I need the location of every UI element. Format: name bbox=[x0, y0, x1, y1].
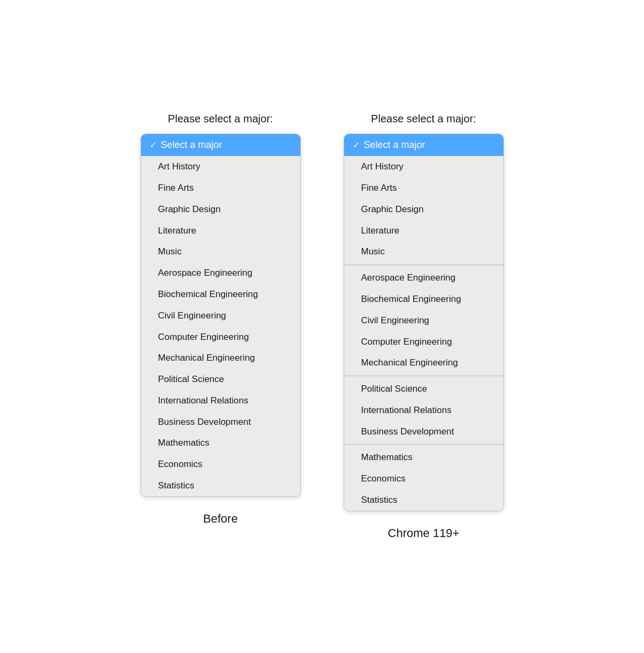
list-item[interactable]: Art History bbox=[141, 156, 300, 177]
list-item[interactable]: Art History bbox=[344, 156, 503, 177]
before-items-list: Art HistoryFine ArtsGraphic DesignLitera… bbox=[141, 156, 300, 496]
after-label: Please select a major: bbox=[371, 113, 476, 125]
list-item[interactable]: Literature bbox=[344, 220, 503, 242]
list-item[interactable]: International Relations bbox=[141, 390, 300, 411]
list-item[interactable]: Aerospace Engineering bbox=[141, 262, 300, 284]
before-label: Please select a major: bbox=[168, 113, 273, 125]
list-item[interactable]: Civil Engineering bbox=[344, 310, 503, 331]
list-item[interactable]: Computer Engineering bbox=[141, 326, 300, 348]
list-item[interactable]: Fine Arts bbox=[344, 177, 503, 199]
after-groups-list: Art HistoryFine ArtsGraphic DesignLitera… bbox=[344, 156, 503, 511]
list-item[interactable]: Political Science bbox=[141, 369, 300, 390]
list-item[interactable]: Music bbox=[344, 241, 503, 262]
list-item[interactable]: Civil Engineering bbox=[141, 305, 300, 326]
list-item[interactable]: Computer Engineering bbox=[344, 331, 503, 353]
page-wrapper: Please select a major: ✓ Select a major … bbox=[141, 113, 504, 540]
checkmark-icon: ✓ bbox=[150, 140, 157, 150]
list-item[interactable]: Mathematics bbox=[344, 447, 503, 468]
list-item[interactable]: International Relations bbox=[344, 400, 503, 421]
before-dropdown[interactable]: ✓ Select a major Art HistoryFine ArtsGra… bbox=[141, 134, 301, 497]
list-item[interactable]: Economics bbox=[344, 468, 503, 489]
list-item[interactable]: Mathematics bbox=[141, 432, 300, 454]
list-item[interactable]: Business Development bbox=[141, 411, 300, 433]
list-item[interactable]: Statistics bbox=[344, 489, 503, 511]
list-item[interactable]: Fine Arts bbox=[141, 177, 300, 199]
list-item[interactable]: Business Development bbox=[344, 421, 503, 442]
after-dropdown[interactable]: ✓ Select a major Art HistoryFine ArtsGra… bbox=[344, 134, 504, 511]
before-selected-option[interactable]: ✓ Select a major bbox=[141, 134, 300, 156]
list-item[interactable]: Graphic Design bbox=[344, 199, 503, 220]
before-column: Please select a major: ✓ Select a major … bbox=[141, 113, 301, 526]
list-item[interactable]: Aerospace Engineering bbox=[344, 267, 503, 289]
list-item[interactable]: Mechanical Engineering bbox=[344, 352, 503, 374]
list-item[interactable]: Political Science bbox=[344, 378, 503, 400]
checkmark-icon-right: ✓ bbox=[353, 140, 360, 150]
list-item[interactable]: Biochemical Engineering bbox=[141, 284, 300, 305]
list-item[interactable]: Biochemical Engineering bbox=[344, 289, 503, 310]
after-selected-option[interactable]: ✓ Select a major bbox=[344, 134, 503, 156]
group-divider bbox=[344, 265, 503, 265]
list-item[interactable]: Music bbox=[141, 241, 300, 262]
after-caption: Chrome 119+ bbox=[388, 526, 460, 540]
group-divider bbox=[344, 444, 503, 445]
list-item[interactable]: Statistics bbox=[141, 475, 300, 496]
list-item[interactable]: Mechanical Engineering bbox=[141, 347, 300, 369]
after-selected-label: Select a major bbox=[364, 139, 425, 151]
list-item[interactable]: Graphic Design bbox=[141, 199, 300, 220]
before-selected-label: Select a major bbox=[161, 139, 222, 151]
before-caption: Before bbox=[203, 512, 238, 526]
group-divider bbox=[344, 376, 503, 376]
list-item[interactable]: Literature bbox=[141, 220, 300, 242]
after-column: Please select a major: ✓ Select a major … bbox=[344, 113, 504, 540]
list-item[interactable]: Economics bbox=[141, 454, 300, 475]
